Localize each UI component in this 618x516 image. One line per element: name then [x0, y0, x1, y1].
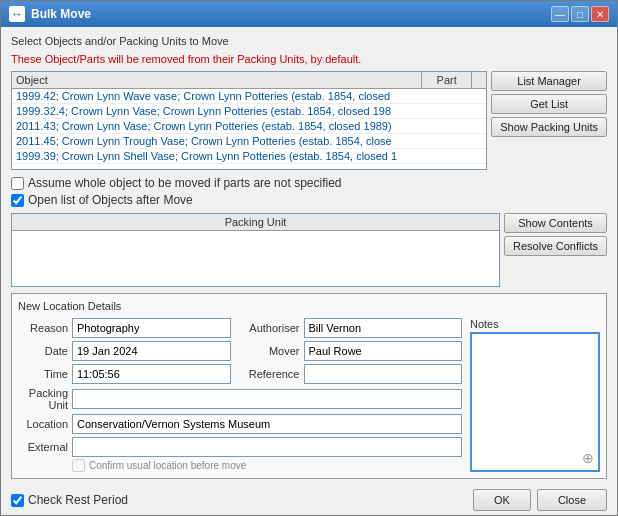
time-label: Time: [18, 368, 68, 380]
reason-input[interactable]: [72, 318, 231, 338]
location-input[interactable]: [72, 414, 462, 434]
date-label: Date: [18, 345, 68, 357]
open-list-checkbox[interactable]: [11, 194, 24, 207]
show-packing-units-button[interactable]: Show Packing Units: [491, 117, 607, 137]
window-title: Bulk Move: [31, 7, 91, 21]
object-table: Object Part 1999.42; Crown Lynn Wave vas…: [11, 71, 487, 170]
packing-unit-input[interactable]: [72, 389, 462, 409]
maximize-button[interactable]: □: [571, 6, 589, 22]
get-list-button[interactable]: Get List: [491, 94, 607, 114]
reason-label: Reason: [18, 322, 68, 334]
left-form: Reason Authoriser Date Mover Time: [18, 318, 462, 472]
location-label: Location: [18, 418, 68, 430]
time-input[interactable]: [72, 364, 231, 384]
reference-input[interactable]: [304, 364, 463, 384]
authoriser-label: Authoriser: [235, 322, 300, 334]
external-row: External: [18, 437, 462, 457]
minimize-button[interactable]: —: [551, 6, 569, 22]
mover-input[interactable]: [304, 341, 463, 361]
title-controls: — □ ✕: [551, 6, 609, 22]
external-input[interactable]: [72, 437, 462, 457]
object-column-header: Object: [12, 72, 422, 88]
new-location-form: Reason Authoriser Date Mover Time: [18, 318, 600, 472]
mover-label: Mover: [235, 345, 300, 357]
table-body[interactable]: 1999.42; Crown Lynn Wave vase; Crown Lyn…: [12, 89, 486, 169]
packing-body: [12, 231, 499, 286]
show-contents-button[interactable]: Show Contents: [504, 213, 607, 233]
bulk-move-window: ↔ Bulk Move — □ ✕ Select Objects and/or …: [0, 0, 618, 516]
ok-button[interactable]: OK: [473, 489, 531, 511]
window-icon: ↔: [9, 6, 25, 22]
close-window-button[interactable]: ✕: [591, 6, 609, 22]
open-list-checkbox-row[interactable]: Open list of Objects after Move: [11, 193, 607, 207]
notes-area-wrapper: Notes ⊕: [470, 318, 600, 472]
table-right-buttons: List Manager Get List Show Packing Units: [491, 71, 607, 170]
confirm-location-checkbox[interactable]: [72, 459, 85, 472]
main-content: Select Objects and/or Packing Units to M…: [1, 27, 617, 516]
check-rest-checkbox[interactable]: [11, 494, 24, 507]
packing-unit-header: Packing Unit: [12, 214, 499, 231]
zoom-icon: ⊕: [582, 450, 594, 466]
date-input[interactable]: [72, 341, 231, 361]
table-body-wrapper: 1999.42; Crown Lynn Wave vase; Crown Lyn…: [12, 89, 486, 169]
list-manager-button[interactable]: List Manager: [491, 71, 607, 91]
checkboxes-section: Assume whole object to be moved if parts…: [11, 176, 607, 207]
packing-right-buttons: Show Contents Resolve Conflicts: [504, 213, 607, 287]
packing-unit-row: PackingUnit: [18, 387, 462, 411]
packing-table: Packing Unit: [11, 213, 500, 287]
check-rest-row[interactable]: Check Rest Period: [11, 493, 128, 507]
reference-label: Reference: [235, 368, 300, 380]
table-row[interactable]: 2011.43; Crown Lynn Vase; Crown Lynn Pot…: [12, 119, 486, 134]
confirm-location-label: Confirm usual location before move: [89, 460, 246, 471]
object-table-section: Object Part 1999.42; Crown Lynn Wave vas…: [11, 71, 607, 170]
open-list-label: Open list of Objects after Move: [28, 193, 193, 207]
table-row[interactable]: 1999.39; Crown Lynn Shell Vase; Crown Ly…: [12, 149, 486, 164]
resolve-conflicts-button[interactable]: Resolve Conflicts: [504, 236, 607, 256]
new-location-title: New Location Details: [18, 300, 600, 312]
bottom-buttons: OK Close: [473, 489, 607, 511]
reason-authoriser-row: Reason Authoriser: [18, 318, 462, 338]
table-row[interactable]: 1999.42; Crown Lynn Wave vase; Crown Lyn…: [12, 89, 486, 104]
authoriser-input[interactable]: [304, 318, 463, 338]
location-row: Location: [18, 414, 462, 434]
date-mover-row: Date Mover: [18, 341, 462, 361]
warning-text: These Object/Parts will be removed from …: [11, 53, 607, 65]
assume-whole-label: Assume whole object to be moved if parts…: [28, 176, 342, 190]
notes-label: Notes: [470, 318, 600, 330]
check-rest-label: Check Rest Period: [28, 493, 128, 507]
close-button[interactable]: Close: [537, 489, 607, 511]
title-bar: ↔ Bulk Move — □ ✕: [1, 1, 617, 27]
time-reference-row: Time Reference: [18, 364, 462, 384]
table-header: Object Part: [12, 72, 486, 89]
title-bar-left: ↔ Bulk Move: [9, 6, 91, 22]
notes-textarea[interactable]: [472, 334, 598, 470]
section-header: Select Objects and/or Packing Units to M…: [11, 35, 607, 47]
part-column-header: Part: [422, 72, 472, 88]
confirm-row: Confirm usual location before move: [72, 459, 462, 472]
notes-textarea-container: ⊕: [470, 332, 600, 472]
bottom-section: Check Rest Period OK Close: [11, 485, 607, 515]
external-label: External: [18, 441, 68, 453]
packing-unit-form-label: PackingUnit: [18, 387, 68, 411]
table-row[interactable]: 2011.45; Crown Lynn Trough Vase; Crown L…: [12, 134, 486, 149]
assume-whole-checkbox-row[interactable]: Assume whole object to be moved if parts…: [11, 176, 607, 190]
assume-whole-checkbox[interactable]: [11, 177, 24, 190]
new-location-section: New Location Details Reason Authoriser D…: [11, 293, 607, 479]
table-row[interactable]: 1999.32.4; Crown Lynn Vase; Crown Lynn P…: [12, 104, 486, 119]
packing-unit-section: Packing Unit Show Contents Resolve Confl…: [11, 213, 607, 287]
